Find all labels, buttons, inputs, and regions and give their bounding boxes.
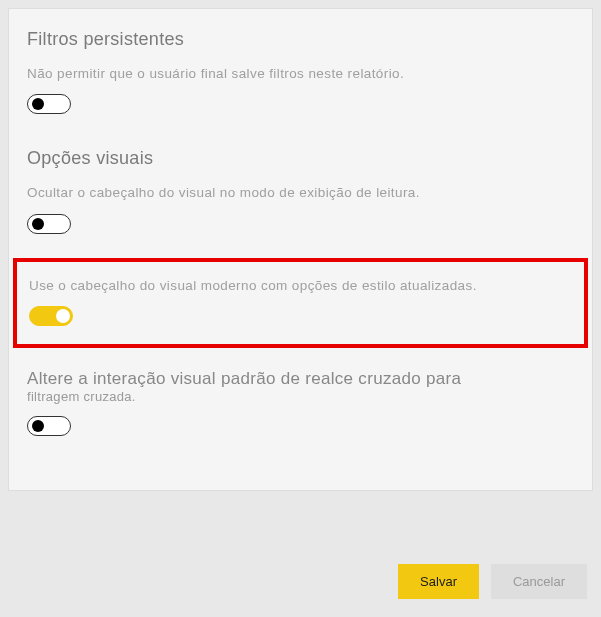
toggle-knob (56, 309, 70, 323)
section-persistent-filters: Filtros persistentes Não permitir que o … (27, 29, 574, 118)
option-hide-header: Ocultar o cabeçalho do visual no modo de… (27, 183, 574, 237)
section-title-persistent-filters: Filtros persistentes (27, 29, 574, 50)
toggle-hide-header[interactable] (27, 214, 71, 234)
highlighted-option-modern-header: Use o cabeçalho do visual moderno com op… (13, 258, 588, 348)
settings-panel: Filtros persistentes Não permitir que o … (8, 8, 593, 491)
toggle-cross-filter[interactable] (27, 416, 71, 436)
cancel-button[interactable]: Cancelar (491, 564, 587, 599)
option-desc-modern-header: Use o cabeçalho do visual moderno com op… (29, 276, 572, 296)
toggle-persistent-filters[interactable] (27, 94, 71, 114)
section-visual-options: Opções visuais Ocultar o cabeçalho do vi… (27, 148, 574, 440)
footer-buttons: Salvar Cancelar (398, 564, 587, 599)
option-desc-persistent-filters: Não permitir que o usuário final salve f… (27, 64, 574, 84)
section-title-visual-options: Opções visuais (27, 148, 574, 169)
toggle-knob (32, 420, 44, 432)
toggle-modern-header[interactable] (29, 306, 73, 326)
option-desc-hide-header: Ocultar o cabeçalho do visual no modo de… (27, 183, 574, 203)
toggle-knob (32, 98, 44, 110)
cross-filter-title: Altere a interação visual padrão de real… (27, 368, 574, 389)
option-cross-filter: Altere a interação visual padrão de real… (27, 368, 574, 440)
save-button[interactable]: Salvar (398, 564, 479, 599)
cross-filter-subtitle: filtragem cruzada. (27, 389, 574, 404)
toggle-knob (32, 218, 44, 230)
